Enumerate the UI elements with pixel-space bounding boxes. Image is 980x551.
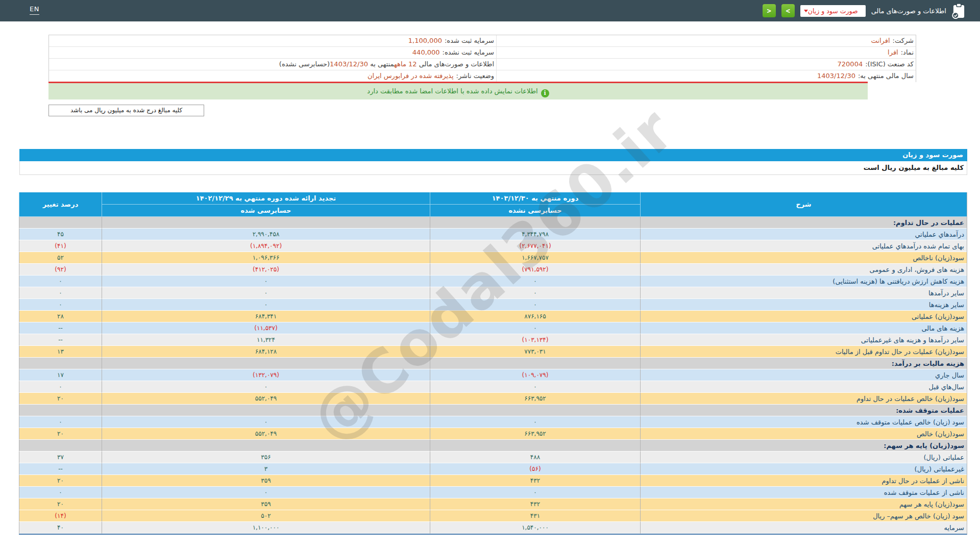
row-value-cell: ۰ xyxy=(430,381,640,393)
statement-row: سال‌هاي قبل۰۰۰ xyxy=(19,381,967,393)
row-label-cell: سرمایه xyxy=(640,522,967,534)
row-value-cell: ۴۳۱ xyxy=(430,510,640,522)
row-value-cell: ۳۵۹ xyxy=(102,475,430,487)
row-value-cell: (۹۲) xyxy=(19,264,102,276)
info-label: نماد: xyxy=(901,48,914,56)
row-value-cell: -- xyxy=(19,463,102,475)
units-note-row: کلیه مبالغ به میلیون ریال است xyxy=(19,161,967,175)
row-value-cell: ۴۵ xyxy=(19,229,102,240)
row-value-cell: ۰ xyxy=(430,416,640,428)
row-value-cell: ۰ xyxy=(430,487,640,498)
navbar-section-title: اطلاعات و صورت‌های مالی xyxy=(871,7,946,15)
info-cell: سرمایه ثبت نشده:440,000 xyxy=(49,47,496,58)
row-value-cell: ۵۰۲ xyxy=(102,510,430,522)
row-label-cell: هزینه کاهش ارزش دریافتنی ها (هزینه استثن… xyxy=(640,276,967,287)
row-value-cell: ۲۸ xyxy=(19,311,102,322)
statement-row: سایر هزینه‌ها۰۰۰ xyxy=(19,299,967,311)
col-subheader-current-audit: حسابرسی نشده xyxy=(430,205,640,217)
col-header-change-percent: درصد تغییر xyxy=(19,192,102,217)
next-statement-button[interactable]: > xyxy=(781,4,795,17)
navbar-controls: اطلاعات و صورت‌های مالی صورت سود و زیان … xyxy=(763,0,966,21)
row-label-cell: سود(زیان) خالص xyxy=(640,428,967,440)
row-value-cell: ۷۷۳,۰۳۱ xyxy=(430,346,640,358)
info-cell: سال مالی منتهی به:1403/12/30 xyxy=(496,70,916,82)
info-value: 12 ماهه xyxy=(394,60,416,68)
statement-row: سایر درآمدها۰۰۰ xyxy=(19,287,967,299)
info-label: سال مالی منتهی به: xyxy=(858,72,914,80)
statement-row: هزینه کاهش ارزش دریافتنی ها (هزینه استثن… xyxy=(19,276,967,287)
row-value-cell: ۰ xyxy=(102,487,430,498)
row-value-cell: ۱,۱۰۰,۰۰۰ xyxy=(102,522,430,534)
row-label-cell: عملیات در حال تداوم: xyxy=(640,217,967,229)
row-value-cell: ۰ xyxy=(102,381,430,393)
row-value-cell xyxy=(102,405,430,416)
info-label: منتهی به xyxy=(368,60,394,68)
info-value: پذیرفته شده در فرابورس ایران xyxy=(368,72,454,80)
row-value-cell: (۴۱) xyxy=(19,240,102,252)
income-statement-table: شرح دوره منتهي به ۱۴۰۳/۱۲/۳۰ تجدید ارائه… xyxy=(19,192,967,535)
info-value: افرانت xyxy=(871,37,890,44)
statement-row: ناشی از عملیات متوقف شده۰۰۰ xyxy=(19,487,967,498)
row-value-cell: ۶۸۴,۳۴۱ xyxy=(102,311,430,322)
prev-statement-button[interactable]: < xyxy=(763,4,776,17)
info-cell: کد صنعت (ISIC):720004 xyxy=(496,59,916,70)
row-label-cell: غیرعملیاتی (ریال) xyxy=(640,463,967,475)
statement-row: سود (زیان) خالص عملیات متوقف شده۰۰۰ xyxy=(19,416,967,428)
row-value-cell: (۱۱,۵۳۷) xyxy=(102,322,430,334)
row-value-cell: ۰ xyxy=(430,322,640,334)
row-value-cell: ۰ xyxy=(102,416,430,428)
row-label-cell: هزینه مالیات بر درآمد: xyxy=(640,358,967,369)
info-label: وضعیت ناشر: xyxy=(456,72,494,80)
row-value-cell: (۲,۶۷۷,۰۴۱) xyxy=(430,240,640,252)
row-value-cell xyxy=(102,358,430,369)
row-value-cell: ۱,۵۴۰,۰۰۰ xyxy=(430,522,640,534)
row-label-cell: سود (زیان) خالص هر سهم– ریال xyxy=(640,510,967,522)
info-label: اطلاعات و صورت‌های مالی xyxy=(417,60,494,68)
row-value-cell: ۰ xyxy=(102,276,430,287)
row-value-cell: (۱۴) xyxy=(19,510,102,522)
statement-row: سال جاري(۱۰۹,۰۷۹)(۱۳۲,۰۷۹)۱۷ xyxy=(19,369,967,381)
statement-title-bar: صورت سود و زیان xyxy=(19,149,967,161)
signature-notice-text: iاطلاعات نمایش داده شده با اطلاعات امضا … xyxy=(367,87,549,95)
statement-section-row: هزینه مالیات بر درآمد: xyxy=(19,358,967,369)
clipboard-check-icon xyxy=(952,3,966,19)
statement-section-row: عملیات در حال تداوم: xyxy=(19,217,967,229)
row-value-cell: ۰ xyxy=(19,299,102,311)
row-label-cell: سایر هزینه‌ها xyxy=(640,299,967,311)
row-label-cell: هزینه های مالی xyxy=(640,322,967,334)
row-value-cell xyxy=(19,440,102,452)
row-value-cell xyxy=(19,358,102,369)
row-value-cell: -- xyxy=(19,322,102,334)
row-value-cell: ۴۳۲ xyxy=(430,475,640,487)
statement-row: غیرعملیاتی (ریال)(۵۶)۳-- xyxy=(19,463,967,475)
row-value-cell: ۴۳۲ xyxy=(430,498,640,510)
statement-type-dropdown[interactable]: صورت سود و زیان xyxy=(800,5,866,17)
col-header-description: شرح xyxy=(640,192,967,217)
statement-row: سایر درآمدها و هزینه های غیرعملیاتی(۱۰۳,… xyxy=(19,334,967,346)
language-toggle-en[interactable]: EN xyxy=(30,5,39,15)
row-value-cell xyxy=(19,405,102,416)
statement-row: سود (زیان) خالص هر سهم– ریال۴۳۱۵۰۲(۱۴) xyxy=(19,510,967,522)
row-value-cell xyxy=(430,217,640,229)
statement-row: ناشی از عملیات در حال تداوم۴۳۲۳۵۹۲۰ xyxy=(19,475,967,487)
statement-row: سود(زیان) خالص۶۶۳,۹۵۲۵۵۲,۰۴۹۲۰ xyxy=(19,428,967,440)
statement-row: عملیاتی (ریال)۴۸۸۳۵۶۳۷ xyxy=(19,452,967,463)
statement-row: سود(زیان) پایه هر سهم۴۳۲۳۵۹۲۰ xyxy=(19,498,967,510)
info-icon: i xyxy=(541,89,549,97)
row-value-cell: ۲۰ xyxy=(19,393,102,405)
statement-row: سود(زیان) عملیات در حال تداوم قبل از مال… xyxy=(19,346,967,358)
statement-table-body: عملیات در حال تداوم:درآمدهاي عملیاتي۴,۳۴… xyxy=(19,217,967,534)
row-value-cell: -- xyxy=(19,334,102,346)
row-value-cell: ۱۳ xyxy=(19,346,102,358)
info-value: افرا xyxy=(888,48,898,56)
row-label-cell: سود(زیان) پایه هر سهم xyxy=(640,498,967,510)
row-value-cell: ۱۱,۳۲۴ xyxy=(102,334,430,346)
row-label-cell: ناشی از عملیات متوقف شده xyxy=(640,487,967,498)
row-value-cell: ۶۶۳,۹۵۲ xyxy=(430,393,640,405)
statement-section-row: سود(زیان) پایه هر سهم: xyxy=(19,440,967,452)
row-value-cell: (۱۰۳,۱۳۴) xyxy=(430,334,640,346)
row-value-cell xyxy=(19,217,102,229)
statement-row: درآمدهاي عملیاتي۴,۳۴۴,۷۹۸۲,۹۹۰,۴۵۸۴۵ xyxy=(19,229,967,240)
row-value-cell: ۴,۳۴۴,۷۹۸ xyxy=(430,229,640,240)
row-value-cell: ۸۷۶,۱۶۵ xyxy=(430,311,640,322)
